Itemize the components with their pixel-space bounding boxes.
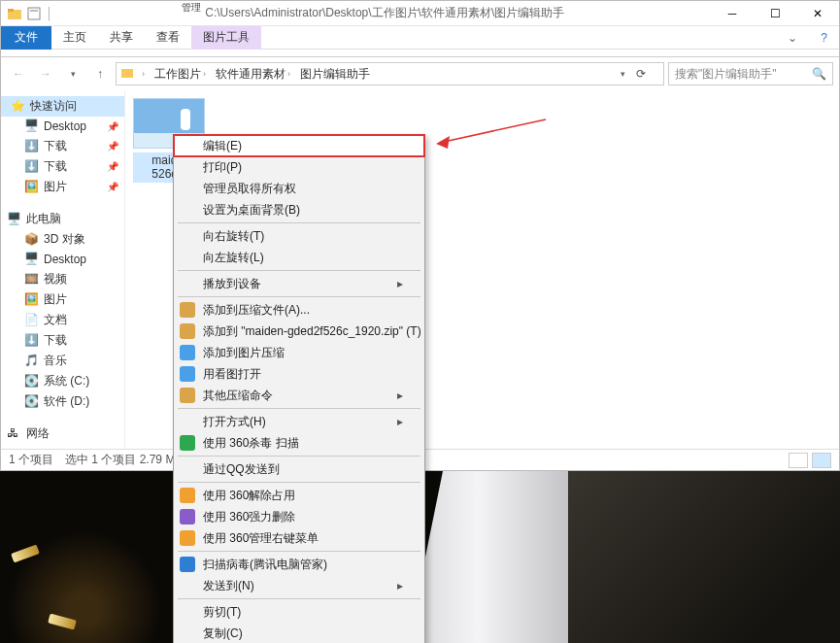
pin-icon: 📌 bbox=[107, 182, 118, 192]
sidebar-item[interactable]: 💽系统 (C:) bbox=[1, 371, 124, 391]
menu-item[interactable]: 复制(C) bbox=[174, 623, 424, 643]
qat-divider: │ bbox=[46, 7, 53, 20]
address-bar[interactable]: › 工作图片› 软件通用素材› 图片编辑助手 ▾ ⟳ bbox=[116, 62, 664, 85]
search-icon: 🔍 bbox=[812, 67, 826, 81]
menu-item[interactable]: 使用 360解除占用 bbox=[174, 485, 424, 506]
music-icon: 🎵 bbox=[24, 354, 40, 369]
svg-rect-4 bbox=[121, 69, 133, 78]
separator bbox=[178, 296, 420, 297]
search-box[interactable]: 搜索"图片编辑助手" 🔍 bbox=[668, 62, 833, 85]
download-icon: ⬇️ bbox=[24, 139, 40, 154]
menu-item-icon bbox=[180, 302, 195, 318]
refresh-button[interactable]: ⟳ bbox=[636, 67, 659, 81]
up-button[interactable]: ↑ bbox=[88, 62, 112, 85]
sidebar-this-pc[interactable]: 🖥️ 此电脑 bbox=[1, 209, 124, 229]
separator bbox=[178, 408, 420, 409]
svg-rect-2 bbox=[28, 8, 40, 19]
menu-item-label: 向右旋转(T) bbox=[203, 228, 264, 245]
menu-item[interactable]: 向右旋转(T) bbox=[174, 225, 424, 247]
menu-item[interactable]: 扫描病毒(腾讯电脑管家) bbox=[174, 554, 424, 575]
tab-picture-tools[interactable]: 图片工具 bbox=[191, 26, 261, 50]
sidebar-quick-access[interactable]: ⭐ 快速访问 bbox=[1, 96, 124, 117]
ribbon-tabs: 文件 主页 共享 查看 图片工具 ⌄ ? bbox=[1, 26, 839, 50]
pc-icon: 🖥️ bbox=[7, 212, 22, 227]
sidebar-item[interactable]: 🖼️图片📌 bbox=[1, 177, 124, 197]
sidebar-item[interactable]: ⬇️下载📌 bbox=[1, 156, 124, 177]
menu-item-icon bbox=[180, 366, 195, 382]
3d-icon: 📦 bbox=[24, 232, 40, 248]
help-icon[interactable]: ? bbox=[809, 26, 839, 50]
status-count: 1 个项目 bbox=[9, 452, 53, 468]
crumb-root[interactable]: › bbox=[138, 69, 149, 79]
forward-button[interactable]: → bbox=[34, 62, 57, 85]
crumb-1[interactable]: 工作图片› bbox=[151, 66, 210, 83]
file-tab[interactable]: 文件 bbox=[1, 26, 51, 50]
menu-item-label: 管理员取得所有权 bbox=[203, 181, 296, 197]
sidebar-item[interactable]: 💽软件 (D:) bbox=[1, 391, 124, 412]
menu-item-icon bbox=[180, 557, 195, 572]
tab-view[interactable]: 查看 bbox=[145, 26, 191, 50]
menu-item-icon bbox=[180, 530, 195, 546]
menu-item[interactable]: 使用 360杀毒 扫描 bbox=[174, 432, 424, 454]
back-button[interactable]: ← bbox=[7, 62, 30, 85]
menu-item-icon bbox=[180, 435, 195, 451]
sidebar-item[interactable]: 🖥️Desktop bbox=[1, 250, 124, 269]
menu-item-label: 设置为桌面背景(B) bbox=[203, 202, 300, 219]
crumb-3[interactable]: 图片编辑助手 bbox=[296, 66, 374, 83]
menu-item[interactable]: 使用 360强力删除 bbox=[174, 506, 424, 527]
menu-item[interactable]: 通过QQ发送到 bbox=[174, 458, 424, 480]
chevron-right-icon: › bbox=[203, 69, 206, 79]
recent-dropdown[interactable]: ▾ bbox=[61, 62, 84, 85]
menu-item[interactable]: 设置为桌面背景(B) bbox=[174, 199, 424, 220]
star-icon: ⭐ bbox=[11, 99, 26, 115]
context-tab-header: 管理 bbox=[174, 1, 209, 13]
desktop-icon: 🖥️ bbox=[24, 252, 40, 267]
menu-item[interactable]: 用看图打开 bbox=[174, 363, 424, 385]
desktop-icon: 🖥️ bbox=[24, 118, 40, 134]
sidebar-item[interactable]: ⬇️下载 bbox=[1, 330, 124, 351]
sidebar-item[interactable]: ⬇️下载📌 bbox=[1, 136, 124, 156]
menu-item[interactable]: 播放到设备▸ bbox=[174, 273, 424, 294]
menu-item[interactable]: 其他压缩命令▸ bbox=[174, 385, 424, 406]
menu-item-label: 添加到 "maiden-gded2f526c_1920.zip" (T) bbox=[203, 323, 421, 340]
minimize-button[interactable]: ─ bbox=[711, 1, 754, 26]
details-view-button[interactable] bbox=[789, 453, 808, 468]
crumb-2[interactable]: 软件通用素材› bbox=[212, 66, 294, 83]
sidebar-item[interactable]: 🎵音乐 bbox=[1, 351, 124, 371]
menu-item[interactable]: 向左旋转(L) bbox=[174, 247, 424, 268]
menu-item-label: 发送到(N) bbox=[203, 578, 254, 594]
menu-item[interactable]: 打印(P) bbox=[174, 156, 424, 178]
ribbon-expand-icon[interactable]: ⌄ bbox=[776, 26, 809, 50]
menu-item[interactable]: 剪切(T) bbox=[174, 601, 424, 623]
menu-item[interactable]: 添加到图片压缩 bbox=[174, 342, 424, 363]
tab-share[interactable]: 共享 bbox=[98, 26, 145, 50]
menu-item[interactable]: 使用 360管理右键菜单 bbox=[174, 527, 424, 549]
menu-item-label: 通过QQ发送到 bbox=[203, 461, 280, 478]
sidebar-item[interactable]: 📦3D 对象 bbox=[1, 229, 124, 250]
tab-home[interactable]: 主页 bbox=[51, 26, 98, 50]
menu-item[interactable]: 管理员取得所有权 bbox=[174, 178, 424, 199]
sidebar-item[interactable]: 🖥️Desktop📌 bbox=[1, 117, 124, 136]
menu-item[interactable]: 添加到 "maiden-gded2f526c_1920.zip" (T) bbox=[174, 321, 424, 342]
menu-item[interactable]: 添加到压缩文件(A)... bbox=[174, 299, 424, 321]
close-button[interactable]: ✕ bbox=[796, 1, 839, 26]
thumb-view-button[interactable] bbox=[812, 453, 831, 468]
sidebar-item[interactable]: 🖼️图片 bbox=[1, 289, 124, 310]
submenu-arrow-icon: ▸ bbox=[397, 389, 403, 402]
address-dropdown-icon[interactable]: ▾ bbox=[611, 62, 634, 85]
drive-icon: 💽 bbox=[24, 394, 40, 410]
sidebar-item[interactable]: 🎞️视频 bbox=[1, 269, 124, 289]
menu-item-label: 编辑(E) bbox=[203, 138, 242, 154]
separator bbox=[178, 456, 420, 457]
drive-icon: 💽 bbox=[24, 374, 40, 389]
menu-item-label: 用看图打开 bbox=[203, 366, 261, 383]
maximize-button[interactable]: ☐ bbox=[754, 1, 796, 26]
sidebar-network[interactable]: 🖧 网络 bbox=[1, 423, 124, 444]
menu-item-icon bbox=[180, 345, 195, 360]
menu-item[interactable]: 发送到(N)▸ bbox=[174, 575, 424, 596]
menu-item[interactable]: 打开方式(H)▸ bbox=[174, 411, 424, 432]
menu-item-label: 扫描病毒(腾讯电脑管家) bbox=[203, 557, 327, 573]
properties-icon[interactable] bbox=[26, 6, 42, 21]
menu-item[interactable]: 编辑(E) bbox=[174, 135, 424, 156]
sidebar-item[interactable]: 📄文档 bbox=[1, 310, 124, 330]
